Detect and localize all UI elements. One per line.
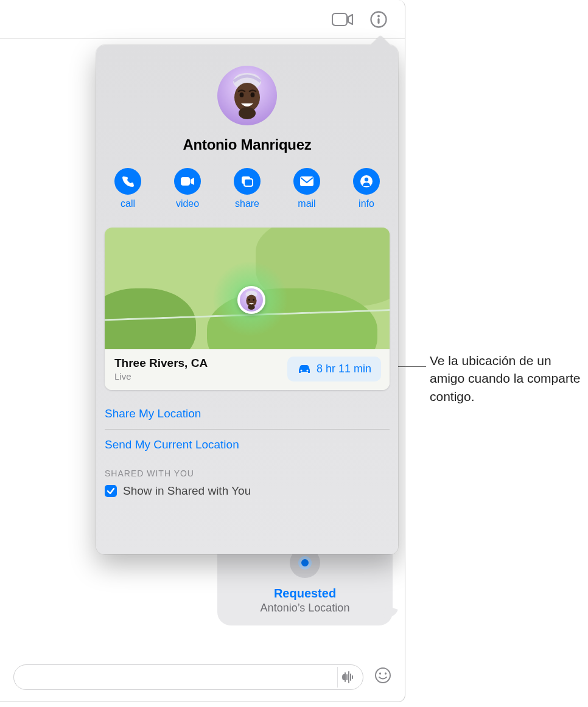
annotation-callout: Ve la ubicación de un amigo cuando la co… — [430, 352, 582, 405]
share-label: share — [235, 198, 259, 209]
divider — [105, 429, 390, 430]
details-popover: Antonio Manriquez call video share mail — [96, 45, 398, 554]
svg-point-21 — [253, 299, 254, 301]
contact-header: Antonio Manriquez call video share mail — [96, 45, 398, 209]
share-my-location-link[interactable]: Share My Location — [105, 401, 390, 427]
call-label: call — [121, 198, 135, 209]
emoji-picker-icon[interactable] — [374, 667, 391, 688]
info-button[interactable]: info — [353, 168, 380, 209]
popover-fade — [96, 538, 398, 554]
share-button[interactable]: share — [234, 168, 261, 209]
mail-button[interactable]: mail — [293, 168, 320, 209]
svg-point-20 — [248, 299, 250, 301]
info-icon[interactable] — [369, 10, 388, 29]
audio-message-icon[interactable] — [337, 667, 358, 688]
mail-label: mail — [298, 198, 315, 209]
location-links: Share My Location Send My Current Locati… — [96, 390, 398, 458]
contact-avatar[interactable] — [217, 66, 277, 125]
svg-point-6 — [385, 672, 387, 674]
svg-rect-3 — [377, 18, 379, 24]
location-map-card[interactable]: Three Rivers, CA Live 8 hr 11 min — [105, 228, 390, 390]
location-place: Three Rivers, CA — [114, 357, 208, 370]
location-status: Live — [114, 371, 208, 381]
svg-point-9 — [240, 92, 244, 97]
svg-point-24 — [306, 369, 308, 371]
svg-rect-0 — [332, 13, 347, 26]
contact-name: Antonio Manriquez — [96, 136, 398, 153]
video-label: video — [176, 198, 199, 209]
svg-point-11 — [239, 107, 256, 119]
facetime-video-icon[interactable] — [332, 12, 354, 27]
bubble-title: Requested — [223, 587, 387, 601]
checkbox-checked-icon[interactable] — [105, 485, 117, 497]
map-avatar-pin — [237, 286, 265, 314]
messages-window: Requested Antonio’s Location — [0, 0, 405, 702]
map-preview — [105, 228, 390, 349]
svg-point-22 — [248, 305, 254, 310]
message-input-bar — [0, 661, 405, 693]
svg-rect-14 — [244, 179, 253, 186]
drive-time-text: 8 hr 11 min — [317, 363, 371, 375]
svg-point-17 — [365, 178, 368, 181]
info-label: info — [359, 198, 374, 209]
show-in-shared-row[interactable]: Show in Shared with You — [96, 478, 398, 498]
svg-rect-15 — [300, 176, 313, 186]
send-current-location-link[interactable]: Send My Current Location — [105, 432, 390, 458]
svg-rect-12 — [181, 177, 190, 186]
svg-point-23 — [300, 369, 302, 371]
shared-with-you-label: SHARED WITH YOU — [96, 458, 398, 478]
show-in-shared-label: Show in Shared with You — [123, 484, 251, 498]
contact-action-row: call video share mail info — [96, 168, 398, 209]
svg-point-10 — [251, 92, 255, 97]
message-text-input[interactable] — [13, 664, 363, 690]
call-button[interactable]: call — [114, 168, 141, 209]
car-icon — [297, 364, 312, 375]
svg-point-5 — [379, 672, 381, 674]
svg-point-2 — [377, 15, 380, 17]
conversation-toolbar — [0, 0, 405, 39]
map-footer: Three Rivers, CA Live 8 hr 11 min — [105, 349, 390, 390]
bubble-subtitle: Antonio’s Location — [223, 602, 387, 615]
drive-time-pill[interactable]: 8 hr 11 min — [287, 357, 381, 381]
video-button[interactable]: video — [174, 168, 201, 209]
svg-point-4 — [376, 668, 390, 683]
